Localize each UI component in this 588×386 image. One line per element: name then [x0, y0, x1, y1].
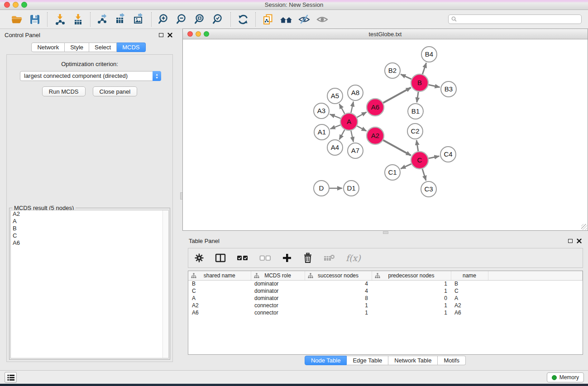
table-cell[interactable]: 1 [372, 287, 451, 295]
graph-edge-A-A6[interactable] [357, 112, 367, 118]
close-table-panel-icon[interactable] [577, 238, 582, 243]
refresh-button[interactable] [235, 12, 251, 27]
delete-column-button[interactable] [302, 252, 313, 264]
table-cell[interactable]: dominator [251, 287, 305, 295]
import-table-button[interactable] [70, 12, 86, 27]
column-layout-button[interactable] [215, 252, 226, 264]
table-row[interactable]: Bdominator41B [188, 280, 583, 287]
table-cell[interactable]: A6 [451, 309, 488, 316]
import-network-button[interactable] [52, 12, 67, 27]
show-task-history-button[interactable] [5, 372, 17, 383]
show-graphics-details-button[interactable] [315, 12, 330, 27]
zoom-window-button[interactable] [21, 2, 27, 8]
hide-graphics-details-button[interactable] [296, 12, 312, 27]
graph-edge-B-B4[interactable] [422, 63, 426, 74]
table-cell[interactable]: A2 [188, 302, 251, 309]
save-session-button[interactable] [27, 12, 43, 27]
mcds-result-item[interactable]: A [11, 218, 168, 225]
vertical-splitter-handle[interactable] [383, 231, 388, 234]
tab-motifs[interactable]: Motifs [438, 356, 466, 365]
minimize-window-button[interactable] [13, 2, 19, 8]
table-cell[interactable]: 0 [372, 295, 451, 302]
table-cell[interactable]: connector [251, 302, 305, 309]
result-scrollbar[interactable] [163, 210, 168, 358]
close-panel-icon[interactable] [167, 33, 172, 38]
table-row[interactable]: A2connector11A2 [188, 302, 583, 309]
graph-edge-B-B1[interactable] [417, 92, 418, 102]
table-cell[interactable]: A [188, 295, 251, 302]
table-cell[interactable]: B [188, 280, 251, 287]
mcds-result-item[interactable]: B [11, 225, 168, 232]
graph-edge-A6-B[interactable] [383, 88, 411, 103]
search-input[interactable] [448, 14, 582, 24]
zoom-fit-button[interactable] [192, 12, 208, 27]
tab-style[interactable]: Style [65, 43, 89, 52]
graph-edge-C-C4[interactable] [429, 156, 440, 158]
mcds-result-item[interactable]: A2 [11, 210, 168, 218]
window-resize-grip[interactable] [581, 224, 587, 230]
tab-mcds[interactable]: MCDS [117, 43, 145, 52]
graph-edge-B-B3[interactable] [429, 85, 440, 87]
float-panel-icon[interactable] [159, 33, 163, 37]
table-cell[interactable]: A2 [451, 302, 488, 309]
zoom-out-button[interactable] [174, 12, 190, 27]
column-header-MCDS-role[interactable]: MCDS role [251, 271, 305, 280]
select-all-columns-button[interactable] [236, 252, 249, 264]
unselect-all-columns-button[interactable] [259, 252, 272, 264]
tab-network[interactable]: Network [31, 43, 65, 52]
mcds-result-item[interactable]: C [11, 232, 168, 239]
column-header-name[interactable]: name [451, 271, 488, 280]
graph-edge-A-A4[interactable] [339, 130, 345, 140]
show-home-button[interactable] [278, 12, 294, 27]
delete-table-button[interactable] [323, 252, 336, 264]
close-window-button[interactable] [4, 2, 10, 8]
table-cell[interactable]: A [451, 295, 488, 302]
tab-node-table[interactable]: Node Table [305, 356, 347, 365]
table-cell[interactable]: 4 [305, 280, 372, 287]
tab-select[interactable]: Select [89, 43, 117, 52]
zoom-in-button[interactable] [156, 12, 172, 27]
graph-edge-A-A3[interactable] [330, 114, 341, 118]
table-row[interactable]: Adominator80A [188, 295, 583, 302]
add-column-button[interactable] [282, 252, 292, 264]
table-cell[interactable]: C [451, 287, 488, 295]
graph-edge-C-C2[interactable] [416, 140, 418, 151]
graph-edge-C-C3[interactable] [422, 169, 426, 181]
run-mcds-button[interactable]: Run MCDS [42, 86, 86, 96]
column-header-predecessor-nodes[interactable]: predecessor nodes [372, 271, 451, 280]
table-cell[interactable]: 1 [372, 280, 451, 287]
table-cell[interactable]: 1 [305, 309, 372, 316]
graph-edge-A-A5[interactable] [339, 104, 345, 114]
tab-network-table[interactable]: Network Table [388, 356, 438, 365]
table-cell[interactable]: dominator [251, 295, 305, 302]
network-zoom-button[interactable] [204, 31, 209, 37]
tab-edge-table[interactable]: Edge Table [347, 356, 388, 365]
table-cell[interactable]: 1 [372, 309, 451, 316]
new-network-from-selection-button[interactable] [260, 12, 276, 27]
open-session-button[interactable] [9, 12, 24, 27]
table-row[interactable]: Cdominator41C [188, 287, 583, 295]
table-cell[interactable]: 8 [305, 295, 372, 302]
table-cell[interactable]: 1 [305, 302, 372, 309]
table-row[interactable]: A6connector11A6 [188, 309, 583, 316]
graph-edge-A-A2[interactable] [357, 126, 367, 131]
function-builder-button[interactable]: f(x) [346, 252, 361, 264]
column-header-successor-nodes[interactable]: successor nodes [305, 271, 372, 280]
export-image-button[interactable] [131, 12, 147, 27]
table-cell[interactable]: C [188, 287, 251, 295]
table-cell[interactable]: A6 [188, 309, 251, 316]
network-canvas[interactable]: B4B2BB3A8A5A6A3B1AC2A1A2A4A7C4CC1DD1C3 [183, 39, 588, 230]
table-cell[interactable]: 1 [372, 302, 451, 309]
mcds-result-item[interactable]: A6 [11, 239, 168, 247]
graph-edge-A-A8[interactable] [351, 102, 353, 113]
close-panel-button[interactable]: Close panel [93, 86, 138, 96]
column-header-shared-name[interactable]: shared name [188, 271, 251, 280]
graph-edge-C-C1[interactable] [401, 164, 411, 169]
criterion-select[interactable]: largest connected component (directed) ▲… [20, 71, 161, 81]
graph-edge-A-A7[interactable] [351, 131, 353, 142]
graph-edge-B-B2[interactable] [401, 74, 411, 79]
network-minimize-button[interactable] [196, 31, 201, 37]
export-network-button[interactable] [95, 12, 110, 27]
network-window-titlebar[interactable]: testGlobe.txt [183, 29, 588, 39]
network-close-button[interactable] [187, 31, 193, 37]
